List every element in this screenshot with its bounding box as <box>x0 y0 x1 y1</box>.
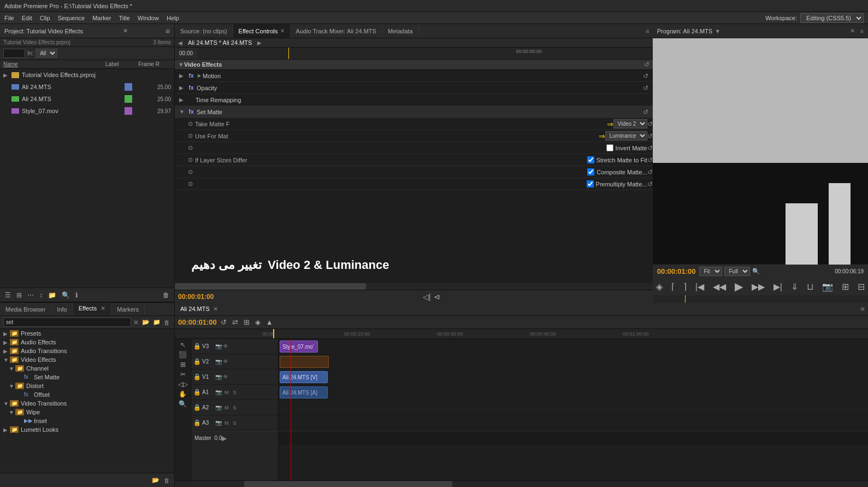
prog-btn-marker-in[interactable]: ◈ <box>653 280 666 293</box>
project-panel-options[interactable]: ≡ <box>166 27 170 36</box>
prog-btn-step-fwd[interactable]: ▶▶ <box>748 280 768 293</box>
track-s-a1[interactable]: S <box>232 389 238 396</box>
tree-item-presets[interactable]: ▶ 📁 Presets <box>0 329 174 338</box>
track-m-a2[interactable]: M <box>223 404 231 411</box>
ve-set-matte-expand[interactable]: ▼ <box>179 109 187 115</box>
ve-icon-btn[interactable]: ↺ <box>644 61 649 68</box>
lock-icon-v1[interactable]: 🔒 <box>193 373 201 380</box>
tree-item-audio-transitions[interactable]: ▶ 📁 Audio Transitions <box>0 347 174 355</box>
ve-motion-reset[interactable]: ↺ <box>643 72 648 80</box>
playback-marker[interactable] <box>685 295 686 303</box>
ve-expand-btn[interactable]: ▼ <box>178 61 184 68</box>
list-item[interactable]: ▶ Tutorial Video Effects.prproj <box>0 69 174 81</box>
ec-nav-right[interactable]: ▶ <box>257 40 262 46</box>
lock-icon-v2[interactable]: 🔒 <box>193 358 201 365</box>
tl-match[interactable]: ⊞ <box>242 318 251 327</box>
track-m-a3[interactable]: M <box>223 420 231 426</box>
tree-item-set-matte[interactable]: fx Set Matte <box>0 373 174 382</box>
track-cam-a3[interactable]: 📷 <box>215 420 222 426</box>
lock-icon-a3[interactable]: 🔒 <box>193 419 201 426</box>
delete-effect-btn[interactable]: 🗑 <box>163 318 171 326</box>
tree-item-lumetri[interactable]: ▶ 📁 Lumetri Looks <box>0 425 174 434</box>
new-folder-eff-btn[interactable]: 📂 <box>151 476 161 484</box>
panel-menu-btn[interactable]: ≡ <box>642 28 652 34</box>
info-btn[interactable]: ℹ <box>74 290 80 300</box>
track-eye-v3[interactable]: 👁 <box>223 343 228 349</box>
premultiply-matte-checkbox[interactable] <box>587 180 594 187</box>
timeline-scrollbar-thumb[interactable] <box>244 481 452 487</box>
tl-tool-slip[interactable]: ◁▷ <box>178 380 188 388</box>
tl-timecode[interactable]: 00:00:01:00 <box>178 318 217 326</box>
icon-view-btn[interactable]: ⊞ <box>15 290 23 300</box>
menu-window[interactable]: Window <box>138 15 159 21</box>
list-view-btn[interactable]: ☰ <box>3 290 13 300</box>
ve-row-time-remap[interactable]: ▶ Time Remapping <box>175 94 653 106</box>
ve-time-expand[interactable]: ▶ <box>179 97 187 103</box>
premultiply-reset[interactable]: ↺ <box>647 180 653 188</box>
in-dropdown[interactable]: All <box>36 49 57 58</box>
prog-btn-goto-out[interactable]: ▶| <box>770 280 786 293</box>
track-cam-v3[interactable]: 📷 <box>215 343 222 349</box>
menu-sequence[interactable]: Sequence <box>58 15 85 21</box>
tree-item-offset[interactable]: fx Offset <box>0 390 174 399</box>
ec-btn-1[interactable]: ◁| <box>423 292 431 301</box>
composite-matte-checkbox[interactable] <box>587 168 594 175</box>
clip-style07[interactable]: Style_07.mo' <box>280 341 318 353</box>
clip-ali24-v1[interactable]: Ali 24.MTS [V] <box>280 371 328 383</box>
tree-item-audio-effects[interactable]: ▶ 📁 Audio Effects <box>0 338 174 347</box>
invert-reset[interactable]: ↺ <box>647 144 653 152</box>
menu-clip[interactable]: Clip <box>40 15 50 21</box>
ve-row-opacity[interactable]: ▶ fx Opacity ↺ <box>175 82 653 94</box>
tree-item-video-transitions[interactable]: ▼ 📁 Video Transitions <box>0 399 174 408</box>
ve-opacity-reset[interactable]: ↺ <box>643 84 648 92</box>
prog-btn-mark-in[interactable]: ⌈ <box>668 280 678 293</box>
track-eye-v1[interactable]: 👁 <box>223 374 228 380</box>
tl-marker-add[interactable]: ◈ <box>253 318 262 327</box>
prog-btn-overwrite[interactable]: ⊔ <box>804 280 817 293</box>
tab-effects[interactable]: Effects ✕ <box>73 303 112 315</box>
prog-btn-goto-in[interactable]: |◀ <box>692 280 707 293</box>
tl-ripple[interactable]: ⇄ <box>231 318 240 327</box>
tree-item-channel[interactable]: ▼ 📁 Channel <box>0 364 174 373</box>
tl-tool-zoom[interactable]: 🔍 <box>179 400 187 408</box>
tab-markers[interactable]: Markers <box>111 304 145 314</box>
menu-file[interactable]: File <box>4 15 14 21</box>
lock-icon-a1[interactable]: 🔒 <box>193 389 201 396</box>
effects-search-clear[interactable]: ✕ <box>133 319 139 326</box>
track-cam-a2[interactable]: 📷 <box>215 404 222 410</box>
ve-row-motion[interactable]: ▶ fx ➤ Motion ↺ <box>175 70 653 82</box>
new-folder-btn[interactable]: 📁 <box>46 290 58 300</box>
project-search-input[interactable] <box>3 49 25 58</box>
track-cam-v1[interactable]: 📷 <box>215 374 222 380</box>
prog-btn-insert[interactable]: ⇓ <box>788 280 801 293</box>
ve-set-matte-reset[interactable]: ↺ <box>643 108 648 116</box>
lock-icon-v3[interactable]: 🔒 <box>193 343 201 350</box>
track-cam-v2[interactable]: 📷 <box>215 359 222 365</box>
effects-search-input[interactable] <box>3 318 131 327</box>
take-matte-reset[interactable]: ↺ <box>647 120 653 128</box>
tl-add-markers[interactable]: ↺ <box>219 318 228 327</box>
track-m-a1[interactable]: M <box>223 389 231 396</box>
list-item[interactable]: Ali 24.MTS 25.00 <box>0 81 174 93</box>
tab-timeline[interactable]: Ali 24.MTS ✕ <box>175 304 223 314</box>
use-matte-dropdown[interactable]: Luminance <box>605 131 647 140</box>
prog-btn-mark-out[interactable]: ⌉ <box>680 280 690 293</box>
ec-nav-left[interactable]: ◀ <box>178 40 182 46</box>
prog-btn-play[interactable]: ▶ <box>731 279 746 294</box>
program-dropdown-btn[interactable]: ▼ <box>715 28 721 34</box>
tl-panel-menu[interactable]: ≡ <box>860 305 865 313</box>
tree-item-inset[interactable]: ▶▶ Inset <box>0 416 174 425</box>
prog-full-dropdown[interactable]: Full <box>724 267 750 276</box>
list-item[interactable]: Ali 24.MTS 25.00 <box>0 93 174 105</box>
master-expand[interactable]: ▶ <box>222 435 227 442</box>
timeline-playhead[interactable] <box>273 329 274 338</box>
timeline-scrollbar[interactable] <box>175 480 868 487</box>
delete-eff-btn[interactable]: 🗑 <box>163 477 171 484</box>
playhead-line[interactable] <box>291 339 291 480</box>
tl-tool-razor[interactable]: ✂ <box>180 371 186 378</box>
prog-zoom-icon[interactable]: 🔍 <box>752 268 760 275</box>
prog-btn-step-back[interactable]: ◀◀ <box>710 280 729 293</box>
tab-info[interactable]: Info <box>51 304 73 314</box>
tree-item-wipe[interactable]: ▼ 📁 Wipe <box>0 408 174 416</box>
menu-marker[interactable]: Marker <box>92 15 111 21</box>
